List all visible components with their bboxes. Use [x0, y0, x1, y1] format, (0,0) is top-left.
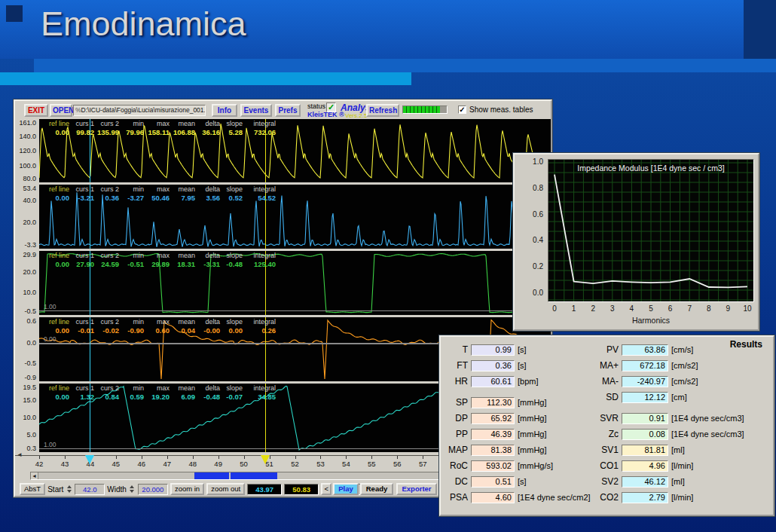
exporter-button[interactable]: Exporter [396, 483, 437, 495]
x-axis-tick-label: 57 [414, 460, 432, 468]
meas-header-cell: curs 2 [97, 185, 122, 194]
meas-table: ref linecurs 1curs 2minmaxmeandeltaslope… [41, 384, 279, 401]
result-value-field[interactable]: 12.12 [622, 392, 668, 403]
result-value-field[interactable]: 46.39 [471, 429, 515, 440]
open-button[interactable]: OPEN [50, 104, 72, 117]
abst-button[interactable]: AbsT [20, 483, 45, 495]
result-value-field[interactable]: 81.81 [622, 445, 668, 456]
meas-value-cell: 5.28 [223, 128, 246, 136]
result-value-field[interactable]: 63.86 [622, 344, 668, 356]
x-axis-tick-label: 48 [184, 460, 202, 468]
meas-header-cell: mean [173, 318, 198, 326]
cursor1-marker-icon[interactable] [85, 455, 94, 464]
ready-button[interactable]: Ready [360, 483, 393, 495]
result-value-field[interactable]: 0.36 [471, 360, 515, 371]
meas-value-cell: -3.31 [198, 260, 223, 268]
impedance-y-tick-label: 0.6 [519, 210, 543, 219]
result-row-map: MAP81.38[mmHg] [447, 444, 591, 456]
result-row-ma: MA--240.97[cm/s2] [591, 375, 744, 387]
zoom-in-button[interactable]: zoom in [170, 483, 204, 495]
result-value-field[interactable]: 0.08 [622, 429, 668, 440]
refresh-button[interactable]: Refresh [366, 104, 399, 117]
result-value-field[interactable]: 4.96 [622, 460, 668, 472]
results-left-column: T0.99[s]FT0.36[s]HR60.61[bpm]SP112.30[mm… [447, 344, 591, 507]
scrollbar-left-arrow-icon[interactable]: ◄ [31, 472, 38, 479]
result-unit: [cm/s] [671, 345, 693, 354]
slide-title: Emodinamica [41, 5, 246, 44]
result-value-field[interactable]: 593.02 [471, 460, 515, 472]
result-value-field[interactable]: 0.99 [471, 344, 515, 356]
meas-header-cell: mean [173, 120, 198, 128]
meas-header-cell: curs 1 [72, 185, 97, 194]
x-axis-tick-label: 56 [388, 460, 406, 468]
x-axis-tick [244, 456, 245, 459]
result-unit: [l/min] [671, 461, 693, 470]
result-value-field[interactable]: 60.61 [471, 376, 515, 387]
zoom-out-button[interactable]: zoom out [206, 483, 245, 495]
waveform-panel-balloon-volume: 29.920.010.0-0.51.00ref linecurs 1curs 2… [15, 251, 554, 315]
result-unit: [s] [518, 345, 527, 354]
start-spinner[interactable] [66, 484, 72, 494]
play-button[interactable]: Play [333, 483, 359, 495]
results-window: Results T0.99[s]FT0.36[s]HR60.61[bpm]SP1… [439, 335, 774, 516]
result-value-field[interactable]: 2.79 [622, 492, 668, 503]
result-value-field[interactable]: -240.97 [622, 376, 668, 387]
meas-value-cell: 0.52 [223, 194, 246, 202]
result-value-field[interactable]: 112.30 [471, 397, 515, 408]
meas-header-cell: ref line [41, 252, 72, 260]
meas-header-cell: slope [223, 384, 246, 393]
result-value-field[interactable]: 672.18 [622, 360, 668, 371]
cursor2-marker-icon[interactable] [261, 455, 270, 464]
meas-header-cell: curs 1 [72, 384, 97, 393]
meas-header-cell: slope [223, 120, 246, 128]
prefs-button[interactable]: Prefs [275, 104, 301, 117]
width-label: Width [107, 485, 127, 494]
cursor2-field[interactable]: 50.83 [284, 484, 319, 495]
file-path-field[interactable]: %D:\ICU-data\Foggia\Lucia\misurazione_00… [73, 105, 206, 116]
result-row-sv2: SV246.12[ml] [591, 475, 744, 488]
y-axis-volume-ramp: 19.515.010.05.00.3 [15, 384, 38, 452]
meas-header-cell: integral [246, 252, 279, 260]
progress-bar [402, 105, 448, 114]
result-value-field[interactable]: 65.92 [471, 413, 515, 424]
result-value-field[interactable]: 0.51 [471, 476, 515, 488]
start-field[interactable]: 42.0 [75, 484, 105, 495]
result-value-field[interactable]: 4.60 [471, 492, 515, 503]
x-axis-tick [65, 456, 66, 459]
result-unit: [1E4 dyne sec/cm3] [671, 414, 744, 423]
result-value-field[interactable]: 0.91 [622, 413, 668, 424]
results-right-column: PV63.86[cm/s]MA+672.18[cm/s2]MA--240.97[… [591, 344, 744, 507]
meas-value-cell: 0.00 [41, 326, 72, 335]
x-axis-tick-label: 42 [30, 460, 48, 468]
result-unit: [l/min] [671, 493, 693, 502]
slide-corner-square [6, 5, 23, 22]
width-spinner[interactable] [129, 484, 136, 494]
result-row-sd: SD12.12[cm] [591, 391, 744, 403]
scrollbar-range-2[interactable] [231, 472, 277, 479]
cursor1-field[interactable]: 43.97 [247, 484, 282, 495]
meas-value-cell: 0.00 [41, 393, 72, 401]
result-label: FT [447, 360, 471, 371]
y-axis-tick-label: 5.0 [26, 431, 36, 439]
result-row-co2: CO22.79[l/min] [591, 491, 744, 503]
events-button[interactable]: Events [240, 104, 272, 117]
result-unit: [cm/s2] [671, 377, 698, 386]
width-field[interactable]: 20.000 [138, 484, 168, 495]
meas-value-cell: 99.82 [72, 128, 97, 136]
step-back-button[interactable]: < [321, 483, 331, 495]
scrollbar-range-1[interactable] [194, 472, 229, 479]
meas-header-cell: max [147, 384, 173, 393]
impedance-x-tick-label: 6 [664, 304, 677, 313]
x-axis-tick [295, 456, 296, 459]
result-value-field[interactable]: 46.12 [622, 476, 668, 488]
meas-header-cell: ref line [41, 384, 72, 393]
result-label: Zc [591, 429, 622, 439]
exit-button[interactable]: EXIT [24, 104, 48, 117]
show-tables-checkbox[interactable]: ✓ [458, 105, 466, 114]
meas-value-cell: 0.00 [41, 194, 72, 202]
info-button[interactable]: Info [212, 104, 237, 117]
result-value-field[interactable]: 81.38 [471, 445, 515, 456]
x-axis-tick [371, 456, 372, 459]
result-row-roc: RoC593.02[mmHg/s] [447, 460, 591, 472]
result-unit: [bpm] [518, 377, 539, 386]
